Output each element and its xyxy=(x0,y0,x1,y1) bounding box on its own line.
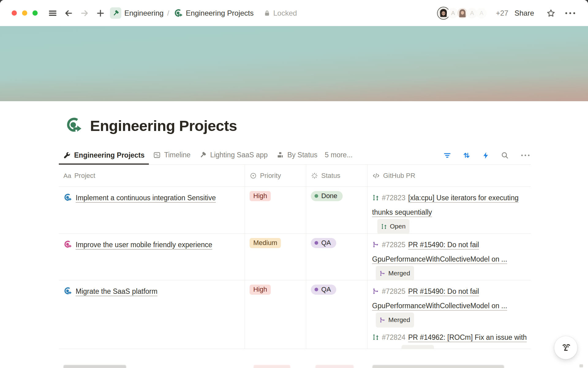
select-property-icon xyxy=(250,172,257,179)
page-content: Engineering Projects Engineering Project… xyxy=(0,101,588,367)
project-cell[interactable]: Implement a continuous integration Sensi… xyxy=(59,187,245,233)
column-header-status[interactable]: Status xyxy=(306,165,368,186)
pr-merged-icon xyxy=(379,270,386,277)
pr-merged-icon xyxy=(379,317,386,323)
view-tabs-bar: Engineering Projects Timeline Lighting S… xyxy=(59,148,531,165)
pr-state-badge: Open xyxy=(401,345,434,349)
tab-by-status[interactable]: By Status xyxy=(272,148,322,164)
priority-pill[interactable]: Medium xyxy=(250,238,281,248)
breadcrumb-page-sprint-icon xyxy=(174,9,183,18)
project-sprint-icon xyxy=(63,286,72,300)
status-dot xyxy=(315,288,318,291)
wrench-icon xyxy=(63,151,71,159)
github-pr-cell[interactable]: #72823[xla:cpu] Use iterators for execut… xyxy=(368,187,531,233)
priority-pill[interactable]: High xyxy=(250,191,271,201)
back-arrow-icon[interactable] xyxy=(63,8,74,18)
notion-ai-button[interactable] xyxy=(554,336,578,359)
breadcrumb-page[interactable]: Engineering Projects xyxy=(186,9,254,17)
status-cell[interactable]: QA xyxy=(306,280,368,349)
scrollbar-thumb[interactable] xyxy=(579,364,583,367)
lock-icon xyxy=(263,10,271,17)
pr-state-label: Merged xyxy=(388,266,410,280)
priority-cell[interactable]: Medium xyxy=(245,234,306,280)
priority-cell[interactable]: High xyxy=(245,187,306,233)
next-row-preview xyxy=(59,349,531,367)
minimize-window-button[interactable] xyxy=(22,10,27,16)
status-pill[interactable]: QA xyxy=(311,285,336,295)
column-label: Project xyxy=(74,172,95,180)
forward-arrow-icon[interactable] xyxy=(79,8,90,18)
table-row: Implement a continuous integration Sensi… xyxy=(59,187,531,234)
lock-label: Locked xyxy=(273,9,297,17)
page-title-sprint-icon[interactable] xyxy=(65,117,82,135)
share-button[interactable]: Share xyxy=(514,9,534,17)
code-property-icon xyxy=(372,172,380,180)
automation-zap-icon[interactable] xyxy=(482,151,490,159)
tab-label: By Status xyxy=(287,151,317,159)
project-title-link[interactable]: Migrate the SaaS platform xyxy=(76,287,157,295)
project-title-link[interactable]: Improve the user mobile friendly experie… xyxy=(76,241,212,249)
status-pill[interactable]: QA xyxy=(311,238,336,248)
table-header: Aa Project Priority Status GitHub PR xyxy=(59,165,531,187)
breadcrumb-separator: / xyxy=(167,9,169,17)
status-pill[interactable]: Done xyxy=(311,191,343,201)
collaborator-avatars: A A A xyxy=(438,7,487,19)
column-header-github-pr[interactable]: GitHub PR xyxy=(368,165,531,186)
priority-cell[interactable]: High xyxy=(245,280,306,349)
priority-pill[interactable]: High xyxy=(250,285,271,295)
pr-number: #72823 xyxy=(382,194,405,202)
zoom-window-button[interactable] xyxy=(32,10,38,16)
pr-number: #72825 xyxy=(382,241,405,249)
pr-state-badge: Open xyxy=(377,219,409,233)
breadcrumb-root[interactable]: Engineering xyxy=(124,9,164,17)
sort-icon[interactable] xyxy=(462,151,471,159)
board-icon xyxy=(276,151,284,159)
tab-timeline[interactable]: Timeline xyxy=(149,148,195,164)
github-pr-cell[interactable]: #72825PR #15490: Do not fail GpuPerforma… xyxy=(368,280,531,349)
status-label: QA xyxy=(321,286,331,293)
lock-toggle[interactable]: Locked xyxy=(263,9,297,17)
pr-state-label: Merged xyxy=(388,313,410,327)
tab-label: Lighting SaaS app xyxy=(210,151,268,159)
more-collaborators-count[interactable]: +27 xyxy=(496,9,508,17)
filter-icon[interactable] xyxy=(443,151,451,159)
column-label: Status xyxy=(321,172,340,180)
title-property-icon: Aa xyxy=(63,172,71,179)
tabs-more-button[interactable]: 5 more... xyxy=(322,148,356,164)
view-more-options-icon[interactable] xyxy=(520,153,531,157)
timeline-icon xyxy=(153,151,161,159)
breadcrumb-workspace-hammer-icon[interactable] xyxy=(110,7,121,19)
pr-state-label: Open xyxy=(414,346,430,349)
app-window: Engineering / Engineering Projects Locke… xyxy=(0,0,588,368)
ai-face-icon xyxy=(560,341,572,354)
page-title[interactable]: Engineering Projects xyxy=(90,117,237,134)
tab-lighting-saas-app[interactable]: Lighting SaaS app xyxy=(195,148,272,164)
column-label: Priority xyxy=(260,172,281,180)
table-row: Migrate the SaaS platform High QA #72825… xyxy=(59,280,531,349)
pr-open-icon xyxy=(381,223,387,230)
status-cell[interactable]: Done xyxy=(306,187,368,233)
new-tab-plus-icon[interactable] xyxy=(95,8,106,18)
close-window-button[interactable] xyxy=(12,10,17,16)
pr-open-icon xyxy=(372,192,379,205)
project-title-link[interactable]: Implement a continuous integration Sensi… xyxy=(76,194,216,202)
pr-number: #72824 xyxy=(382,333,405,341)
search-icon[interactable] xyxy=(501,151,509,159)
github-pr-cell[interactable]: #72825PR #15490: Do not fail GpuPerforma… xyxy=(368,234,531,280)
column-header-priority[interactable]: Priority xyxy=(245,165,306,186)
sidebar-menu-icon[interactable] xyxy=(47,8,58,18)
window-controls xyxy=(12,10,38,16)
pr-number: #72825 xyxy=(382,287,405,295)
project-cell[interactable]: Improve the user mobile friendly experie… xyxy=(59,234,245,280)
pr-state-label: Open xyxy=(390,220,405,233)
status-cell[interactable]: QA xyxy=(306,234,368,280)
more-options-icon[interactable] xyxy=(564,10,577,16)
pr-open-icon xyxy=(372,332,379,345)
avatar[interactable]: A xyxy=(476,7,487,19)
project-cell[interactable]: Migrate the SaaS platform xyxy=(59,280,245,349)
status-dot xyxy=(315,194,318,198)
column-header-project[interactable]: Aa Project xyxy=(59,165,245,186)
tab-engineering-projects[interactable]: Engineering Projects xyxy=(59,148,149,165)
favorite-star-icon[interactable] xyxy=(546,8,556,18)
status-dot xyxy=(315,241,318,245)
